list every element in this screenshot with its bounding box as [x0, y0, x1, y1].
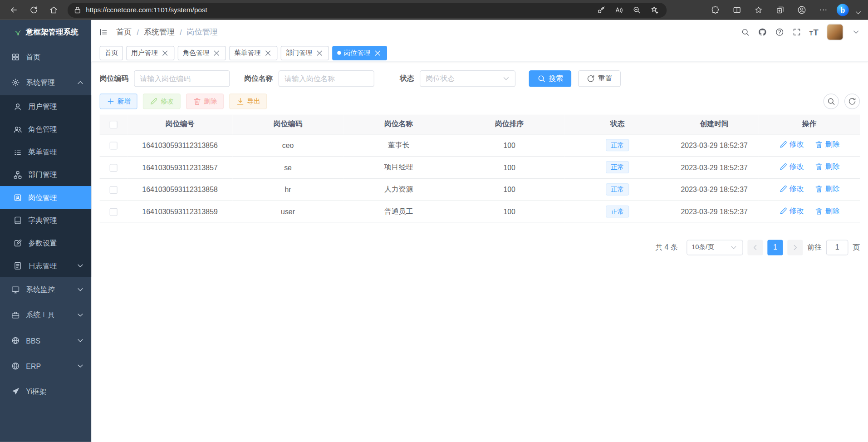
chevron-down-icon [76, 311, 85, 320]
row-edit-link[interactable]: 修改 [779, 140, 804, 150]
sidebar-item-system[interactable]: 系统管理 [0, 70, 91, 95]
refresh-icon [586, 74, 595, 83]
next-page-button[interactable] [787, 240, 803, 255]
browser-menu-button[interactable] [815, 2, 832, 18]
reset-button[interactable]: 重置 [578, 70, 621, 87]
page-number-button[interactable]: 1 [767, 240, 783, 255]
collapse-sidebar-button[interactable] [99, 28, 108, 37]
close-icon[interactable] [212, 49, 221, 58]
sidebar-item-dept-mgmt[interactable]: 部门管理 [0, 163, 91, 186]
url-text[interactable]: https://ccnetcore.com:1101/system/post [86, 6, 590, 14]
fullscreen-icon[interactable] [792, 28, 801, 37]
tab-post-mgmt[interactable]: 岗位管理 [332, 46, 387, 60]
row-edit-link[interactable]: 修改 [779, 206, 804, 216]
browser-back-button[interactable] [5, 2, 22, 18]
sidebar-item-monitor[interactable]: 系统监控 [0, 277, 91, 302]
goto-page-input[interactable] [826, 240, 848, 255]
sidebar-item-yi-framework[interactable]: Yi框架 [0, 379, 91, 404]
favorites-button[interactable] [750, 2, 767, 18]
add-favorite-button[interactable] [647, 3, 662, 16]
sidebar-item-param-settings[interactable]: 参数设置 [0, 231, 91, 254]
row-delete-link[interactable]: 删除 [814, 162, 839, 172]
org-tree-icon [13, 170, 22, 179]
chevron-down-icon[interactable] [854, 8, 863, 17]
refresh-table-button[interactable] [844, 93, 860, 109]
chevron-down-icon[interactable] [852, 28, 861, 37]
close-icon[interactable] [315, 49, 324, 58]
close-icon[interactable] [161, 49, 170, 58]
sidebar-item-post-mgmt[interactable]: 岗位管理 [0, 186, 91, 209]
status-badge: 正常 [606, 139, 629, 151]
font-size-button[interactable]: T T [809, 27, 819, 37]
menu-label: 系统工具 [26, 310, 54, 320]
read-aloud-button[interactable] [612, 3, 626, 16]
sidebar: 意框架管理系统 首页 系统管理 用户管理 [0, 20, 91, 442]
post-sort-cell: 100 [454, 134, 565, 156]
sidebar-item-menu-mgmt[interactable]: 菜单管理 [0, 141, 91, 163]
help-icon[interactable] [775, 28, 784, 37]
zoom-button[interactable] [629, 3, 643, 16]
sidebar-item-home[interactable]: 首页 [0, 44, 91, 70]
add-button[interactable]: 新增 [100, 93, 137, 109]
app-header: 首页 系统管理 岗位管理 T T [91, 20, 868, 44]
collections-button[interactable] [772, 2, 789, 18]
search-icon[interactable] [740, 28, 750, 37]
menu-label: 岗位管理 [28, 192, 57, 202]
row-checkbox[interactable] [110, 164, 118, 172]
split-screen-button[interactable] [729, 2, 745, 18]
row-checkbox[interactable] [110, 186, 118, 194]
status-badge: 正常 [606, 161, 629, 173]
row-edit-link[interactable]: 修改 [779, 162, 804, 172]
post-name-input[interactable] [279, 70, 374, 87]
close-icon[interactable] [373, 49, 382, 58]
sidebar-item-bbs[interactable]: BBS [0, 328, 91, 353]
close-icon[interactable] [264, 49, 273, 58]
search-button[interactable]: 搜索 [529, 70, 571, 87]
menu-label: 参数设置 [28, 238, 57, 248]
delete-button[interactable]: 删除 [186, 93, 224, 109]
breadcrumb-home[interactable]: 首页 [116, 27, 132, 37]
browser-refresh-button[interactable] [25, 2, 42, 18]
browser-profile-button[interactable] [794, 2, 810, 18]
bing-discover-button[interactable]: b [837, 4, 849, 16]
row-checkbox[interactable] [110, 208, 118, 216]
book-icon [13, 216, 22, 225]
user-avatar[interactable] [827, 24, 843, 40]
row-delete-link[interactable]: 删除 [814, 206, 839, 216]
breadcrumb-system[interactable]: 系统管理 [144, 27, 175, 37]
extensions-button[interactable] [707, 2, 724, 18]
page-size-select[interactable]: 10条/页 [687, 240, 743, 255]
status-select[interactable]: 岗位状态 [420, 70, 515, 87]
prev-page-button[interactable] [747, 240, 763, 255]
tab-role-mgmt[interactable]: 角色管理 [178, 46, 226, 60]
post-sort-cell: 100 [454, 201, 565, 223]
tab-dept-mgmt[interactable]: 部门管理 [281, 46, 329, 60]
sidebar-item-log-mgmt[interactable]: 日志管理 [0, 254, 91, 277]
row-delete-link[interactable]: 删除 [814, 184, 839, 194]
sidebar-item-role-mgmt[interactable]: 角色管理 [0, 118, 91, 141]
toggle-search-button[interactable] [824, 93, 839, 109]
browser-home-button[interactable] [45, 2, 62, 18]
post-id-cell: 1641030593112313856 [128, 134, 233, 156]
tab-menu-mgmt[interactable]: 菜单管理 [229, 46, 277, 60]
post-code-input[interactable] [134, 70, 230, 87]
row-delete-link[interactable]: 删除 [814, 140, 839, 150]
github-icon[interactable] [758, 28, 767, 37]
dashboard-icon [11, 53, 20, 62]
select-all-checkbox[interactable] [110, 121, 118, 128]
row-edit-link[interactable]: 修改 [779, 184, 804, 194]
edit-button[interactable]: 修改 [143, 93, 181, 109]
sidebar-item-tools[interactable]: 系统工具 [0, 302, 91, 328]
sidebar-item-erp[interactable]: ERP [0, 354, 91, 379]
sidebar-item-user-mgmt[interactable]: 用户管理 [0, 95, 91, 118]
sidebar-item-dict-mgmt[interactable]: 字典管理 [0, 209, 91, 231]
table-tools [824, 93, 860, 109]
tab-home[interactable]: 首页 [100, 46, 123, 60]
address-bar[interactable]: https://ccnetcore.com:1101/system/post [68, 2, 667, 17]
row-checkbox[interactable] [110, 142, 118, 149]
plus-icon [106, 97, 115, 106]
table-toolbar: 新增 修改 删除 导出 [100, 93, 860, 109]
password-key-button[interactable] [594, 3, 608, 16]
export-button[interactable]: 导出 [229, 93, 267, 109]
tab-user-mgmt[interactable]: 用户管理 [126, 46, 174, 60]
